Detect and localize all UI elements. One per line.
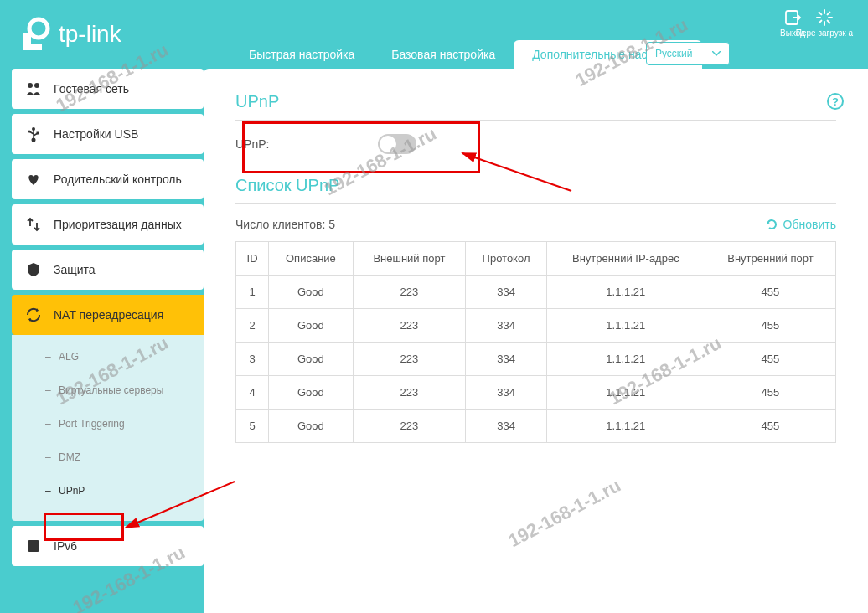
- sidebar-item-label: Защита: [54, 263, 96, 276]
- tplink-logo-icon: [17, 17, 52, 52]
- svg-rect-19: [28, 540, 39, 552]
- heart-icon: [25, 171, 42, 188]
- table-cell: 1.1.1.21: [546, 309, 705, 343]
- table-header: ID: [236, 242, 269, 276]
- toggle-label: UPnP:: [235, 137, 378, 151]
- top-tabs: Быстрая настройка Базовая настройка Допо…: [230, 40, 702, 69]
- sidebar-item-ipv6[interactable]: IPv6: [12, 526, 204, 566]
- table-row: 3Good2233341.1.1.21455: [236, 343, 836, 376]
- people-icon: [25, 80, 42, 97]
- submenu-alg[interactable]: ALG: [12, 340, 204, 373]
- brand-logo: tp-link: [17, 17, 121, 52]
- table-cell: 455: [705, 376, 835, 410]
- language-value: Русский: [655, 48, 693, 59]
- sidebar-item-label: Настройки USB: [54, 127, 138, 141]
- table-cell: Good: [269, 276, 353, 309]
- upnp-toggle-row: UPnP:: [235, 134, 836, 154]
- ipv6-icon: [25, 538, 42, 554]
- table-cell: 334: [466, 276, 547, 309]
- shield-icon: [25, 261, 42, 278]
- svg-line-11: [827, 13, 829, 15]
- table-header: Внутренний IP-адрес: [546, 242, 705, 276]
- table-cell: 3: [236, 343, 269, 376]
- help-icon: ?: [826, 92, 845, 111]
- upnp-table: IDОписаниеВнешний портПротоколВнутренний…: [235, 241, 836, 443]
- svg-text:?: ?: [832, 95, 839, 108]
- table-cell: 223: [353, 343, 466, 376]
- sidebar-item-label: Родительский контроль: [54, 173, 182, 187]
- sidebar-submenu: ALG Виртуальные серверы Port Triggering …: [12, 335, 204, 521]
- upnp-toggle[interactable]: [378, 134, 416, 154]
- sidebar-item-guest-network[interactable]: Гостевая сеть: [12, 69, 204, 109]
- chevron-down-icon: [712, 51, 721, 56]
- nat-icon: [25, 306, 42, 323]
- submenu-dmz[interactable]: DMZ: [12, 440, 204, 474]
- clients-count: Число клиентов: 5: [235, 218, 335, 231]
- sidebar-item-label: NAT переадресация: [54, 308, 163, 322]
- tab-quick-setup[interactable]: Быстрая настройка: [230, 40, 373, 69]
- sidebar-item-label: Приоритезация данных: [54, 218, 182, 232]
- priority-icon: [25, 216, 42, 233]
- brand-text: tp-link: [59, 21, 121, 48]
- submenu-upnp[interactable]: UPnP: [12, 474, 204, 507]
- header: tp-link Быстрая настройка Базовая настро…: [0, 0, 868, 69]
- section-title-list: Список UPnP: [235, 176, 836, 204]
- table-row: 1Good2233341.1.1.21455: [236, 276, 836, 309]
- table-cell: 455: [705, 343, 835, 376]
- table-cell: 1.1.1.21: [546, 276, 705, 309]
- table-row: 2Good2233341.1.1.21455: [236, 309, 836, 343]
- table-cell: 455: [705, 276, 835, 309]
- sidebar-item-priority[interactable]: Приоритезация данных: [12, 204, 204, 245]
- content-panel: ? UPnP UPnP: Список UPnP Число клиентов:…: [204, 69, 868, 613]
- section-title-upnp: UPnP: [235, 92, 836, 121]
- help-button[interactable]: ?: [826, 92, 845, 114]
- table-header: Протокол: [466, 242, 547, 276]
- submenu-port-trigger[interactable]: Port Triggering: [12, 407, 204, 440]
- svg-point-13: [34, 83, 39, 88]
- table-cell: 334: [466, 343, 547, 376]
- loading-icon: [815, 8, 834, 27]
- table-row: 5Good2233341.1.1.21455: [236, 410, 836, 443]
- svg-point-18: [32, 138, 36, 142]
- tab-basic[interactable]: Базовая настройка: [373, 40, 514, 69]
- table-cell: 4: [236, 376, 269, 410]
- svg-point-12: [28, 83, 33, 88]
- table-cell: 1.1.1.21: [546, 410, 705, 443]
- refresh-button[interactable]: Обновить: [765, 218, 836, 231]
- language-select[interactable]: Русский: [646, 42, 730, 65]
- reload-button[interactable]: Пере загрузк а: [796, 8, 853, 38]
- sidebar-item-label: IPv6: [54, 539, 77, 553]
- svg-point-0: [29, 19, 48, 38]
- sidebar-item-security[interactable]: Защита: [12, 250, 204, 290]
- table-cell: 334: [466, 410, 547, 443]
- svg-line-8: [819, 13, 821, 15]
- usb-icon: [25, 126, 42, 142]
- table-cell: 1.1.1.21: [546, 376, 705, 410]
- sidebar-item-nat[interactable]: NAT переадресация: [12, 295, 204, 335]
- table-cell: 223: [353, 309, 466, 343]
- table-cell: 5: [236, 410, 269, 443]
- table-header: Внутренний порт: [705, 242, 835, 276]
- table-cell: 1.1.1.21: [546, 343, 705, 376]
- svg-line-9: [827, 21, 829, 23]
- table-cell: 223: [353, 276, 466, 309]
- table-cell: 223: [353, 376, 466, 410]
- table-cell: 223: [353, 410, 466, 443]
- table-header: Описание: [269, 242, 353, 276]
- table-cell: 455: [705, 309, 835, 343]
- table-cell: 334: [466, 309, 547, 343]
- sidebar: Гостевая сеть Настройки USB Родительский…: [0, 69, 204, 613]
- sidebar-item-usb[interactable]: Настройки USB: [12, 114, 204, 154]
- table-row: 4Good2233341.1.1.21455: [236, 376, 836, 410]
- table-cell: Good: [269, 410, 353, 443]
- submenu-vservers[interactable]: Виртуальные серверы: [12, 373, 204, 407]
- table-cell: Good: [269, 376, 353, 410]
- sidebar-item-parental[interactable]: Родительский контроль: [12, 159, 204, 199]
- svg-point-16: [28, 131, 31, 133]
- table-header: Внешний порт: [353, 242, 466, 276]
- table-cell: Good: [269, 343, 353, 376]
- table-cell: 334: [466, 376, 547, 410]
- table-cell: 2: [236, 309, 269, 343]
- svg-line-10: [819, 21, 821, 23]
- table-cell: Good: [269, 309, 353, 343]
